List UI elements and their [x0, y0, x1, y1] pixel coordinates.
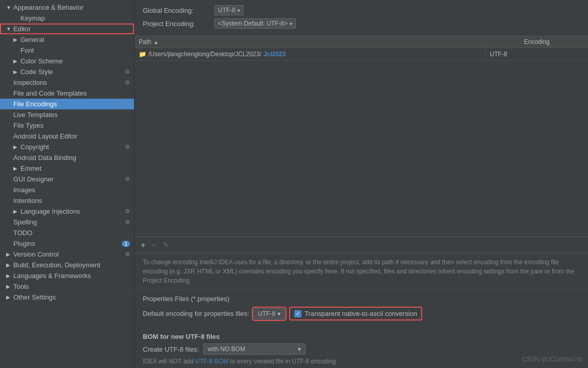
arrow-icon: ▶ — [6, 294, 13, 300]
sidebar-item-label: General — [20, 36, 44, 43]
sidebar-item-language-injections[interactable]: ▶ Language Injections ⚙ — [0, 206, 134, 217]
global-encoding-select[interactable]: UTF-8 ▾ — [214, 5, 244, 15]
checkbox-label: Transparent native-to-ascii conversion — [304, 310, 417, 317]
sidebar-item-emmet[interactable]: ▶ Emmet — [0, 163, 134, 174]
encoding-cell: UTF-8 — [486, 48, 588, 60]
sidebar-item-file-encodings[interactable]: File Encodings ⚙ — [0, 99, 134, 109]
col-encoding-label: Encoding — [524, 38, 550, 45]
sidebar-item-keymap[interactable]: Keymap — [0, 13, 134, 24]
sidebar-item-label: Copyright — [20, 143, 49, 151]
table-header: Path ▲ Encoding — [135, 36, 588, 48]
col-encoding-header: Encoding — [486, 36, 588, 48]
spacer — [6, 176, 13, 182]
sidebar-item-android-data-binding[interactable]: Android Data Binding — [0, 152, 134, 163]
sidebar-item-label: Font — [20, 47, 34, 54]
bom-note: IDEA will NOT add UTF-8 BOM to every cre… — [143, 358, 580, 365]
bom-create-select[interactable]: with NO BOM ▾ — [203, 343, 306, 355]
sidebar-item-plugins[interactable]: Plugins 1 — [0, 238, 134, 249]
sidebar-item-file-code-templates[interactable]: File and Code Templates — [0, 88, 134, 99]
sidebar-item-editor[interactable]: ▼ Editor — [0, 24, 134, 34]
path-highlight: Jcl2023 — [264, 51, 286, 58]
arrow-icon: ▶ — [6, 273, 13, 279]
spacer — [6, 155, 13, 160]
sidebar-item-label: File Types — [13, 122, 43, 129]
sidebar-item-android-layout-editor[interactable]: Android Layout Editor — [0, 131, 134, 142]
arrow-icon: ▶ — [13, 144, 20, 150]
sidebar-item-label: GUI Designer — [13, 175, 54, 183]
sidebar-item-label: File and Code Templates — [13, 89, 87, 97]
spacer — [6, 123, 13, 128]
col-path-header: Path ▲ — [135, 36, 486, 48]
sidebar-item-label: Tools — [13, 283, 29, 290]
properties-encoding-select[interactable]: UTF-8 ▾ — [253, 308, 285, 319]
settings-icon: ⚙ — [125, 144, 130, 150]
sidebar-item-spelling[interactable]: Spelling ⚙ — [0, 217, 134, 227]
path-cell: 📁 /Users/jiangchenglong/Desktop/JCL2023/… — [135, 48, 486, 60]
sidebar-item-label: Editor — [13, 25, 31, 33]
sort-arrow-icon: ▲ — [154, 39, 159, 45]
sidebar-item-live-templates[interactable]: Live Templates — [0, 109, 134, 120]
bom-section: BOM for new UTF-8 files Create UTF-8 fil… — [135, 330, 588, 368]
default-encoding-label: Default encoding for properties files: — [143, 310, 249, 317]
table-row[interactable]: 📁 /Users/jiangchenglong/Desktop/JCL2023/… — [135, 48, 588, 61]
sidebar-item-label: Languages & Frameworks — [13, 272, 91, 280]
sidebar-item-tools[interactable]: ▶ Tools — [0, 281, 134, 292]
global-encoding-label: Global Encoding: — [143, 7, 214, 14]
project-encoding-select[interactable]: <System Default: UTF-8> ▾ — [214, 18, 296, 29]
sidebar-item-label: Plugins — [13, 240, 35, 247]
spacer — [6, 112, 13, 118]
sidebar-item-other-settings[interactable]: ▶ Other Settings — [0, 292, 134, 303]
properties-section: Properties Files (*.properties) Default … — [135, 290, 588, 330]
arrow-icon: ▶ — [6, 284, 13, 289]
sidebar-item-label: Build, Execution, Deployment — [13, 261, 100, 269]
sidebar-item-appearance-behavior[interactable]: ▼ Appearance & Behavior — [0, 2, 134, 13]
bom-create-row: Create UTF-8 files: with NO BOM ▾ — [143, 343, 580, 355]
settings-icon: ⚙ — [125, 101, 130, 107]
settings-icon: ⚙ — [125, 219, 130, 225]
sidebar-item-label: Version Control — [13, 250, 59, 258]
sidebar-item-general[interactable]: ▶ General — [0, 34, 134, 45]
arrow-icon: ▶ — [6, 262, 13, 268]
sidebar-item-code-style[interactable]: ▶ Code Style ⚙ — [0, 66, 134, 77]
bom-note-prefix: IDEA will NOT add — [143, 358, 195, 365]
info-text: To change encoding IntelliJ IDEA uses fo… — [135, 254, 588, 290]
sidebar-item-file-types[interactable]: File Types — [0, 120, 134, 131]
encoding-value: UTF-8 — [490, 51, 507, 58]
sidebar-item-inspections[interactable]: Inspections ⚙ — [0, 77, 134, 88]
spacer — [6, 187, 13, 193]
table-toolbar: + − ✎ — [135, 237, 588, 254]
dropdown-arrow-icon: ▾ — [277, 310, 280, 317]
edit-button[interactable]: ✎ — [161, 239, 171, 251]
sidebar-item-todo[interactable]: TODO — [0, 227, 134, 238]
sidebar-item-label: Color Scheme — [20, 57, 62, 65]
arrow-icon: ▶ — [6, 251, 13, 257]
sidebar-item-label: Emmet — [20, 165, 41, 172]
project-encoding-label: Project Encoding: — [143, 20, 214, 28]
transparent-conversion-checkbox-row[interactable]: ✓ Transparent native-to-ascii conversion — [289, 307, 422, 320]
properties-section-title: Properties Files (*.properties) — [143, 295, 580, 303]
sidebar-item-copyright[interactable]: ▶ Copyright ⚙ — [0, 142, 134, 152]
sidebar-item-images[interactable]: Images — [0, 185, 134, 195]
bom-title: BOM for new UTF-8 files — [143, 333, 580, 340]
add-button[interactable]: + — [139, 240, 147, 251]
sidebar-item-languages-frameworks[interactable]: ▶ Languages & Frameworks — [0, 270, 134, 281]
sidebar-item-build-execution[interactable]: ▶ Build, Execution, Deployment — [0, 260, 134, 270]
sidebar-item-intentions[interactable]: Intentions — [0, 195, 134, 206]
settings-icon: ⚙ — [125, 176, 130, 182]
bom-create-label: Create UTF-8 files: — [143, 346, 199, 353]
sidebar-item-label: Keymap — [20, 14, 45, 22]
settings-icon: ⚙ — [125, 251, 130, 258]
remove-button[interactable]: − — [149, 240, 158, 251]
path-prefix: /Users/jiangchenglong/Desktop/JCL2023/ — [148, 51, 262, 58]
bom-note-suffix: to every created file in UTF-8 encoding — [228, 358, 336, 365]
sidebar-item-font[interactable]: Font — [0, 45, 134, 56]
sidebar-item-version-control[interactable]: ▶ Version Control ⚙ — [0, 249, 134, 260]
sidebar-item-label: Inspections — [13, 79, 47, 86]
checkbox-icon[interactable]: ✓ — [294, 310, 301, 317]
sidebar-item-label: Code Style — [20, 68, 53, 76]
sidebar-item-gui-designer[interactable]: GUI Designer ⚙ — [0, 174, 134, 185]
sidebar-item-color-scheme[interactable]: ▶ Color Scheme — [0, 56, 134, 66]
spacer — [6, 101, 13, 107]
properties-encoding-row: Default encoding for properties files: U… — [143, 307, 580, 320]
sidebar-item-label: File Encodings — [13, 100, 57, 108]
